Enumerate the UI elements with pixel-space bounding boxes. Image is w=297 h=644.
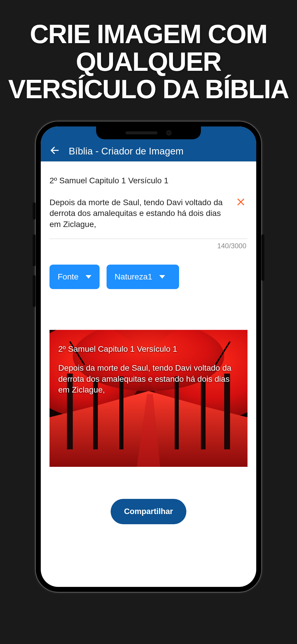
promo-headline: CRIE IMAGEM COM QUALQUER VERSÍCULO DA BÍ… bbox=[0, 0, 297, 115]
verse-text-row: Depois da morte de Saul, tendo Davi volt… bbox=[50, 197, 248, 230]
background-dropdown[interactable]: Natureza1 bbox=[107, 265, 179, 289]
editor-content: 2º Samuel Capitulo 1 Versículo 1 Depois … bbox=[41, 161, 256, 524]
phone-frame-wrap: Bíblia - Criador de Imagem 2º Samuel Cap… bbox=[0, 115, 297, 593]
phone-speaker bbox=[125, 131, 158, 134]
input-divider bbox=[50, 239, 248, 239]
phone-mute-switch bbox=[33, 202, 36, 220]
chevron-down-icon bbox=[159, 275, 165, 279]
phone-notch bbox=[96, 126, 201, 139]
verse-text-input[interactable]: Depois da morte de Saul, tendo Davi volt… bbox=[50, 197, 228, 230]
char-counter: 140/3000 bbox=[50, 242, 248, 250]
clear-text-icon[interactable] bbox=[234, 197, 248, 209]
phone-frame: Bíblia - Criador de Imagem 2º Samuel Cap… bbox=[35, 121, 262, 593]
dropdown-row: Fonte Natureza1 bbox=[50, 265, 248, 289]
app-bar-title: Bíblia - Criador de Imagem bbox=[69, 146, 183, 157]
phone-screen: Bíblia - Criador de Imagem 2º Samuel Cap… bbox=[41, 126, 256, 587]
background-dropdown-label: Natureza1 bbox=[115, 272, 152, 281]
preview-verse-reference: 2º Samuel Capitulo 1 Versículo 1 bbox=[58, 344, 239, 354]
phone-volume-down bbox=[33, 275, 36, 307]
back-arrow-icon[interactable] bbox=[50, 145, 60, 157]
chevron-down-icon bbox=[86, 275, 91, 279]
phone-camera bbox=[166, 130, 172, 136]
font-dropdown-label: Fonte bbox=[58, 272, 79, 281]
verse-reference: 2º Samuel Capitulo 1 Versículo 1 bbox=[50, 176, 248, 185]
image-preview: 2º Samuel Capitulo 1 Versículo 1 Depois … bbox=[50, 330, 248, 467]
preview-verse-text: Depois da morte de Saul, tendo Davi volt… bbox=[58, 363, 239, 395]
share-row: Compartilhar bbox=[50, 499, 248, 524]
share-button[interactable]: Compartilhar bbox=[111, 499, 186, 524]
preview-text-overlay: 2º Samuel Capitulo 1 Versículo 1 Depois … bbox=[50, 330, 248, 467]
font-dropdown[interactable]: Fonte bbox=[50, 265, 100, 289]
phone-power-button bbox=[261, 234, 264, 281]
phone-volume-up bbox=[33, 234, 36, 266]
